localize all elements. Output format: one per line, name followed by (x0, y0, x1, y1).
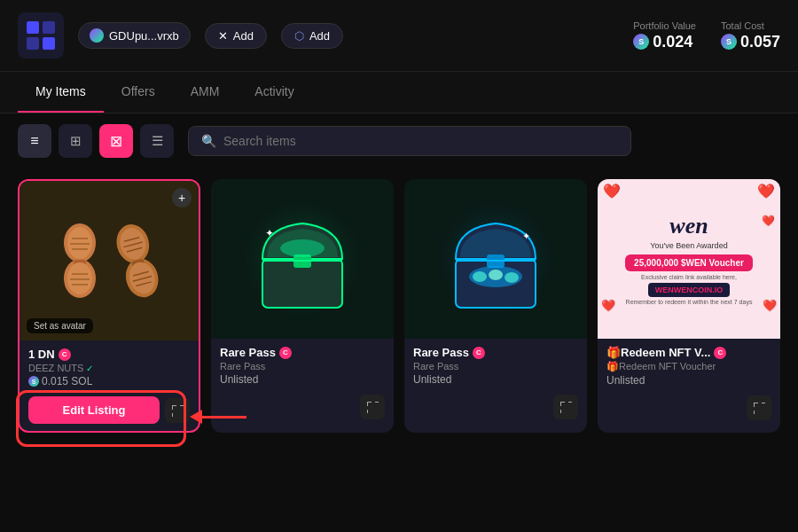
discord-add-button[interactable]: ⬡ Add (281, 23, 343, 49)
item-card-rarepass2[interactable]: ✦ Rare Pass C Rare Pass (404, 179, 587, 433)
item-status-wen: Unlisted (606, 374, 771, 387)
expand-icon-rarepass1[interactable] (360, 395, 385, 419)
grid-small-button[interactable]: ⊞ (59, 124, 92, 158)
item-image-peanut: Set as avatar + (20, 181, 199, 340)
portfolio-section: Portfolio Value S 0.024 Total Cost S 0.0… (633, 20, 780, 51)
twitter-add-label: Add (233, 29, 254, 43)
tab-bar: My Items Offers AMM Activity (0, 72, 798, 113)
verified-icon: ✓ (86, 364, 93, 373)
solana-icon (90, 28, 104, 43)
app-logo (18, 12, 64, 59)
item-info-peanut: 1 DN C DEEZ NUTS ✓ S 0.015 SOL (20, 340, 199, 391)
peanut-art (20, 181, 199, 340)
expand-icon-rarepass2[interactable] (553, 395, 578, 419)
svg-point-40 (505, 272, 519, 283)
svg-point-39 (489, 270, 503, 280)
item-name-rarepass2: Rare Pass C (413, 346, 578, 359)
item-collection-peanut: DEEZ NUTS ✓ (28, 363, 190, 373)
c-badge-wen: C (714, 347, 726, 359)
tab-amm[interactable]: AMM (173, 72, 238, 113)
filter-button[interactable]: ≡ (18, 124, 51, 158)
c-badge-rp2: C (473, 347, 485, 359)
total-cost-item: Total Cost S 0.057 (721, 20, 780, 51)
list-icon: ☰ (152, 133, 163, 149)
c-badge: C (59, 348, 71, 361)
svg-rect-2 (27, 37, 39, 50)
tab-activity[interactable]: Activity (237, 72, 311, 113)
plus-badge[interactable]: + (172, 188, 192, 207)
svg-rect-1 (43, 21, 55, 34)
portfolio-value: S 0.024 (633, 33, 696, 51)
twitter-icon: ✕ (218, 29, 228, 43)
wallet-address: GDUpu...vrxb (109, 29, 179, 43)
item-footer-peanut: Edit Listing (20, 391, 199, 431)
list-view-button[interactable]: ☰ (140, 124, 174, 158)
expand-icon-peanut[interactable] (165, 398, 190, 423)
portfolio-value-item: Portfolio Value S 0.024 (633, 20, 696, 51)
discord-icon: ⬡ (294, 29, 304, 43)
avatar-tag: Set as avatar (27, 318, 93, 333)
item-collection-rarepass1: Rare Pass (220, 361, 385, 372)
svg-text:✦: ✦ (522, 231, 530, 241)
grid-small-icon: ⊞ (70, 133, 82, 149)
sol-icon-cost: S (721, 34, 737, 50)
portfolio-amount: 0.024 (653, 33, 692, 51)
items-grid: Set as avatar + 1 DN C DEEZ NUTS ✓ S 0.0… (0, 168, 798, 443)
grid-large-button[interactable]: ⊠ (99, 124, 133, 158)
item-name-wen: 🎁Redeem NFT V... C (606, 346, 771, 359)
total-cost-value: S 0.057 (721, 33, 780, 51)
svg-point-38 (473, 271, 487, 282)
total-cost-amount: 0.057 (740, 33, 780, 51)
c-badge-rp1: C (279, 347, 292, 359)
item-image-chest2: ✦ (404, 179, 587, 339)
svg-rect-3 (43, 37, 55, 50)
item-info-rarepass1: Rare Pass C Rare Pass Unlisted (211, 339, 394, 389)
svg-point-8 (67, 262, 92, 294)
item-info-wen: 🎁Redeem NFT V... C 🎁Redeem NFT Voucher U… (598, 339, 780, 390)
tab-offers[interactable]: Offers (104, 72, 173, 113)
toolbar: ≡ ⊞ ⊠ ☰ 🔍 (0, 113, 798, 168)
item-info-rarepass2: Rare Pass C Rare Pass Unlisted (404, 339, 587, 389)
item-price-peanut: S 0.015 SOL (28, 375, 190, 387)
wallet-button[interactable]: GDUpu...vrxb (78, 22, 191, 49)
item-card-rarepass1[interactable]: ✦ Rare Pass C Rare Pass Unlisted (211, 179, 394, 433)
item-image-wen: ❤️ ❤️ ❤️ ❤️ ❤️ wen You've Been Awarded 2… (598, 179, 780, 339)
total-cost-label: Total Cost (721, 20, 780, 31)
item-collection-wen: 🎁Redeem NFT Voucher (606, 361, 771, 372)
sol-price-icon: S (28, 376, 39, 387)
item-image-chest1: ✦ (211, 179, 394, 339)
portfolio-label: Portfolio Value (633, 20, 696, 31)
grid-large-icon: ⊠ (110, 132, 122, 151)
filter-icon: ≡ (30, 133, 38, 149)
item-name-rarepass1: Rare Pass C (220, 346, 385, 359)
svg-rect-0 (27, 21, 39, 34)
discord-add-label: Add (309, 29, 330, 43)
header: GDUpu...vrxb ✕ Add ⬡ Add Portfolio Value… (0, 0, 798, 72)
item-footer-wen (598, 390, 780, 427)
svg-text:✦: ✦ (265, 227, 274, 239)
twitter-add-button[interactable]: ✕ Add (205, 23, 267, 49)
item-card-wen[interactable]: ❤️ ❤️ ❤️ ❤️ ❤️ wen You've Been Awarded 2… (598, 179, 780, 433)
item-name-peanut: 1 DN C (28, 348, 190, 361)
search-input[interactable] (223, 134, 618, 148)
tab-my-items[interactable]: My Items (18, 72, 104, 113)
expand-icon-wen[interactable] (747, 395, 771, 420)
item-footer-rarepass2 (404, 389, 587, 426)
item-card-peanut[interactable]: Set as avatar + 1 DN C DEEZ NUTS ✓ S 0.0… (18, 179, 200, 433)
svg-point-7 (67, 227, 92, 259)
edit-listing-button[interactable]: Edit Listing (28, 396, 160, 424)
svg-point-29 (280, 239, 325, 257)
item-status-rarepass2: Unlisted (413, 373, 578, 386)
search-bar: 🔍 (188, 126, 631, 156)
app-container: GDUpu...vrxb ✕ Add ⬡ Add Portfolio Value… (0, 0, 798, 443)
search-icon: 🔍 (201, 134, 216, 148)
item-collection-rarepass2: Rare Pass (413, 361, 578, 372)
sol-icon-portfolio: S (633, 34, 649, 50)
item-status-rarepass1: Unlisted (220, 373, 385, 386)
item-footer-rarepass1 (211, 389, 394, 426)
